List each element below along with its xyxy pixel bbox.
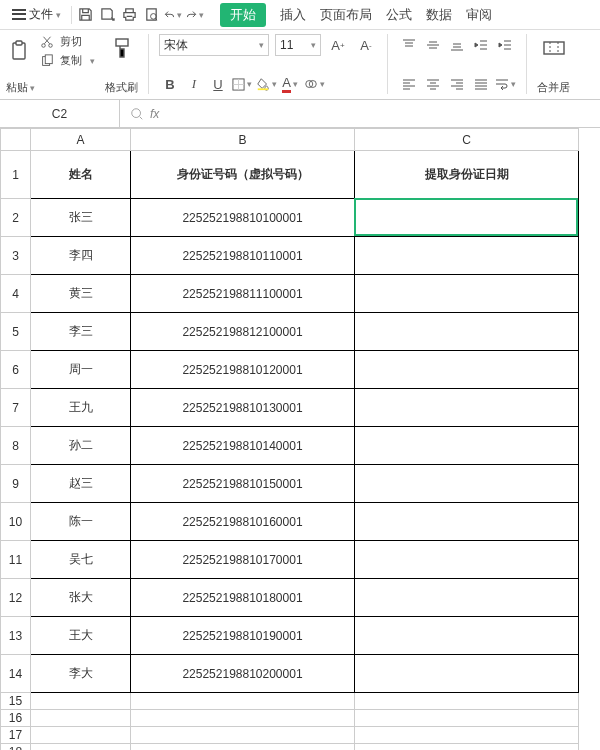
- cell-C16[interactable]: [355, 710, 579, 727]
- cell-A18[interactable]: [31, 744, 131, 751]
- cell-C5[interactable]: [355, 313, 579, 351]
- cell-C7[interactable]: [355, 389, 579, 427]
- cell-A14[interactable]: 李大: [31, 655, 131, 693]
- cell-B4[interactable]: 225252198811100001: [131, 275, 355, 313]
- cell-A13[interactable]: 王大: [31, 617, 131, 655]
- paste-label[interactable]: 粘贴: [6, 80, 35, 95]
- cell-B7[interactable]: 225252198810130001: [131, 389, 355, 427]
- fx-label[interactable]: fx: [150, 107, 159, 121]
- row-header-15[interactable]: 15: [1, 693, 31, 710]
- italic-button[interactable]: I: [183, 73, 205, 95]
- cell-C13[interactable]: [355, 617, 579, 655]
- cell-A8[interactable]: 孙二: [31, 427, 131, 465]
- row-header-2[interactable]: 2: [1, 199, 31, 237]
- cut-button[interactable]: 剪切: [40, 34, 95, 49]
- cell-B8[interactable]: 225252198810140001: [131, 427, 355, 465]
- row-header-13[interactable]: 13: [1, 617, 31, 655]
- tab-page-layout[interactable]: 页面布局: [320, 6, 372, 24]
- border-button[interactable]: [231, 73, 253, 95]
- name-box[interactable]: C2: [0, 100, 120, 127]
- align-right-icon[interactable]: [446, 73, 468, 95]
- cell-A10[interactable]: 陈一: [31, 503, 131, 541]
- cell-A3[interactable]: 李四: [31, 237, 131, 275]
- cell-B1[interactable]: 身份证号码（虚拟号码）: [131, 151, 355, 199]
- spreadsheet-grid[interactable]: ABC1姓名身份证号码（虚拟号码）提取身份证日期2张三2252521988101…: [0, 128, 600, 750]
- cell-C12[interactable]: [355, 579, 579, 617]
- tab-data[interactable]: 数据: [426, 6, 452, 24]
- print-preview-icon[interactable]: [142, 6, 160, 24]
- search-icon[interactable]: [130, 107, 144, 121]
- select-all-corner[interactable]: [1, 129, 31, 151]
- increase-font-icon[interactable]: A+: [327, 34, 349, 56]
- tab-insert[interactable]: 插入: [280, 6, 306, 24]
- row-header-7[interactable]: 7: [1, 389, 31, 427]
- cell-A1[interactable]: 姓名: [31, 151, 131, 199]
- decrease-font-icon[interactable]: A-: [355, 34, 377, 56]
- row-header-3[interactable]: 3: [1, 237, 31, 275]
- cell-B12[interactable]: 225252198810180001: [131, 579, 355, 617]
- cell-B10[interactable]: 225252198810160001: [131, 503, 355, 541]
- cell-B18[interactable]: [131, 744, 355, 751]
- cell-B2[interactable]: 225252198810100001: [131, 199, 355, 237]
- align-top-icon[interactable]: [398, 34, 420, 56]
- row-header-11[interactable]: 11: [1, 541, 31, 579]
- save-icon[interactable]: [76, 6, 94, 24]
- cell-C18[interactable]: [355, 744, 579, 751]
- font-color-button[interactable]: A: [279, 73, 301, 95]
- fill-color-button[interactable]: [255, 73, 277, 95]
- cell-B13[interactable]: 225252198810190001: [131, 617, 355, 655]
- cell-C1[interactable]: 提取身份证日期: [355, 151, 579, 199]
- row-header-12[interactable]: 12: [1, 579, 31, 617]
- cell-B15[interactable]: [131, 693, 355, 710]
- cell-C8[interactable]: [355, 427, 579, 465]
- cell-B3[interactable]: 225252198810110001: [131, 237, 355, 275]
- justify-icon[interactable]: [470, 73, 492, 95]
- cell-B9[interactable]: 225252198810150001: [131, 465, 355, 503]
- cell-C11[interactable]: [355, 541, 579, 579]
- redo-icon[interactable]: [186, 6, 204, 24]
- cell-C9[interactable]: [355, 465, 579, 503]
- format-painter-icon[interactable]: [108, 34, 136, 62]
- bold-button[interactable]: B: [159, 73, 181, 95]
- effects-button[interactable]: [303, 73, 325, 95]
- align-center-icon[interactable]: [422, 73, 444, 95]
- underline-button[interactable]: U: [207, 73, 229, 95]
- cell-A17[interactable]: [31, 727, 131, 744]
- save-as-icon[interactable]: [98, 6, 116, 24]
- cell-A16[interactable]: [31, 710, 131, 727]
- cell-A7[interactable]: 王九: [31, 389, 131, 427]
- wrap-text-icon[interactable]: [494, 73, 516, 95]
- row-header-17[interactable]: 17: [1, 727, 31, 744]
- cell-B11[interactable]: 225252198810170001: [131, 541, 355, 579]
- row-header-4[interactable]: 4: [1, 275, 31, 313]
- row-header-5[interactable]: 5: [1, 313, 31, 351]
- row-header-18[interactable]: 18: [1, 744, 31, 751]
- col-header-C[interactable]: C: [355, 129, 579, 151]
- cell-A11[interactable]: 吴七: [31, 541, 131, 579]
- cell-C15[interactable]: [355, 693, 579, 710]
- align-middle-icon[interactable]: [422, 34, 444, 56]
- cell-A5[interactable]: 李三: [31, 313, 131, 351]
- decrease-indent-icon[interactable]: [470, 34, 492, 56]
- cell-A4[interactable]: 黄三: [31, 275, 131, 313]
- cell-C17[interactable]: [355, 727, 579, 744]
- formula-input[interactable]: [165, 107, 590, 121]
- cell-C14[interactable]: [355, 655, 579, 693]
- font-size-select[interactable]: 11▾: [275, 34, 321, 56]
- cell-C2[interactable]: [355, 199, 579, 237]
- col-header-A[interactable]: A: [31, 129, 131, 151]
- cell-B5[interactable]: 225252198812100001: [131, 313, 355, 351]
- increase-indent-icon[interactable]: [494, 34, 516, 56]
- align-bottom-icon[interactable]: [446, 34, 468, 56]
- cell-B14[interactable]: 225252198810200001: [131, 655, 355, 693]
- cell-A6[interactable]: 周一: [31, 351, 131, 389]
- print-icon[interactable]: [120, 6, 138, 24]
- cell-A15[interactable]: [31, 693, 131, 710]
- undo-icon[interactable]: [164, 6, 182, 24]
- tab-start[interactable]: 开始: [220, 3, 266, 27]
- cell-C3[interactable]: [355, 237, 579, 275]
- cell-B17[interactable]: [131, 727, 355, 744]
- copy-button[interactable]: 复制: [40, 53, 95, 68]
- cell-A9[interactable]: 赵三: [31, 465, 131, 503]
- row-header-16[interactable]: 16: [1, 710, 31, 727]
